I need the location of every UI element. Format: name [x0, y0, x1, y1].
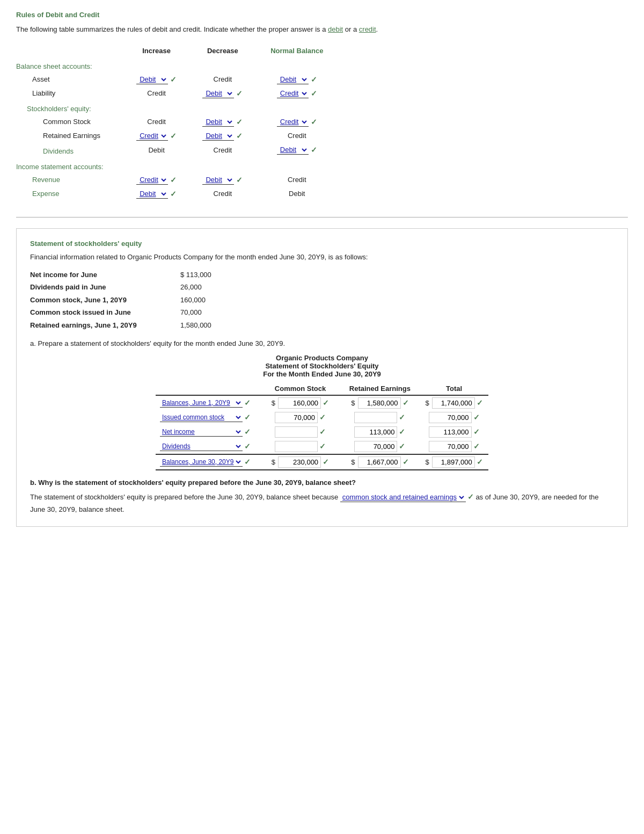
equity-cs-issued-input[interactable]	[275, 412, 318, 423]
equity-total-june30-input[interactable]	[432, 456, 475, 468]
expense-increase-select[interactable]: Debit Credit	[136, 189, 168, 199]
equity-re-june1[interactable]: $ ✓	[340, 395, 420, 410]
equity-re-issued-input[interactable]	[354, 412, 397, 423]
answer-b-select[interactable]: common stock and retained earnings net i…	[340, 492, 466, 502]
equity-row-balances-june30: Balances, June 30, 20Y9 Balances, June 1…	[156, 454, 488, 470]
liability-decrease[interactable]: Debit Credit ✓	[189, 86, 255, 100]
col-header-normal: Normal Balance	[256, 45, 338, 57]
equity-row-balances-june1: Balances, June 1, 20Y9 Issued common sto…	[156, 395, 488, 410]
retained-decrease[interactable]: Debit Credit ✓	[189, 129, 255, 143]
retained-decrease-select[interactable]: Debit Credit	[202, 131, 234, 141]
account-name-asset: Asset	[16, 72, 123, 86]
equity-cs-div-input[interactable]	[275, 441, 318, 452]
equity-total-div[interactable]: ✓	[420, 439, 488, 454]
equity-cs-june30[interactable]: $ ✓	[260, 454, 340, 470]
equity-cs-div[interactable]: ✓	[260, 439, 340, 454]
revenue-decrease[interactable]: Debit Credit ✓	[189, 173, 255, 187]
equity-total-ni[interactable]: ✓	[420, 425, 488, 439]
equity-total-ni-input[interactable]	[429, 426, 472, 438]
asset-normal[interactable]: Debit Credit ✓	[256, 72, 338, 86]
statement-title: Statement of stockholders' equity	[30, 240, 614, 248]
liability-normal[interactable]: Credit Debit ✓	[256, 86, 338, 100]
row-common-stock: Common Stock Credit Debit Credit ✓	[16, 115, 338, 129]
equity-total-ni-check: ✓	[473, 427, 480, 436]
equity-label-net-income[interactable]: Net income Balances, June 1, 20Y9 Issued…	[156, 425, 260, 439]
net-income-select[interactable]: Net income Balances, June 1, 20Y9 Issued…	[160, 427, 243, 437]
retained-increase-select[interactable]: Credit Debit	[136, 131, 168, 141]
common-stock-decrease-select[interactable]: Debit Credit	[202, 117, 234, 127]
equity-total-issued-input[interactable]	[429, 412, 472, 423]
col-header-decrease: Decrease	[189, 45, 255, 57]
liability-increase: Credit	[123, 86, 189, 100]
balances-june30-select[interactable]: Balances, June 30, 20Y9 Balances, June 1…	[160, 458, 243, 467]
equity-re-june30[interactable]: $ ✓	[340, 454, 420, 470]
credit-link: credit	[359, 25, 376, 33]
dividends-normal[interactable]: Debit Credit ✓	[256, 143, 338, 157]
data-row-dividends: Dividends paid in June 26,000	[30, 281, 614, 293]
equity-label-dividends[interactable]: Dividends Balances, June 1, 20Y9 Issued …	[156, 439, 260, 454]
equity-total-june30[interactable]: $ ✓	[420, 454, 488, 470]
equity-label-balances-june1[interactable]: Balances, June 1, 20Y9 Issued common sto…	[156, 395, 260, 410]
asset-normal-select[interactable]: Debit Credit	[277, 75, 309, 84]
equity-label-balances-june30[interactable]: Balances, June 30, 20Y9 Balances, June 1…	[156, 454, 260, 470]
expense-increase[interactable]: Debit Credit ✓	[123, 187, 189, 201]
equity-re-ni-input[interactable]	[354, 426, 397, 438]
liability-decrease-select[interactable]: Debit Credit	[202, 89, 234, 98]
equity-label-issued[interactable]: Issued common stock Balances, June 1, 20…	[156, 410, 260, 425]
equity-cs-june1[interactable]: $ ✓	[260, 395, 340, 410]
equity-re-div-input[interactable]	[354, 441, 397, 452]
equity-total-div-check: ✓	[473, 442, 480, 451]
revenue-increase[interactable]: Credit Debit ✓	[123, 173, 189, 187]
equity-table-wrapper: Organic Products Company Statement of St…	[30, 354, 614, 470]
asset-increase-select[interactable]: Debit Credit	[136, 75, 168, 84]
data-row-net-income: Net income for June $ 113,000	[30, 269, 614, 281]
equity-cs-june1-check: ✓	[323, 398, 329, 407]
common-stock-decrease[interactable]: Debit Credit ✓	[189, 115, 255, 129]
equity-row-dividends: Dividends Balances, June 1, 20Y9 Issued …	[156, 439, 488, 454]
equity-total-june1[interactable]: $ ✓	[420, 395, 488, 410]
equity-total-june1-input[interactable]	[432, 397, 475, 409]
dividends-normal-select[interactable]: Debit Credit	[277, 145, 309, 155]
equity-cs-ni-input[interactable]	[275, 426, 318, 438]
balances-june1-select[interactable]: Balances, June 1, 20Y9 Issued common sto…	[160, 398, 243, 408]
th-label	[156, 382, 260, 395]
equity-re-issued[interactable]: ✓	[340, 410, 420, 425]
account-name-common-stock: Common Stock	[16, 115, 123, 129]
asset-normal-check: ✓	[311, 75, 317, 84]
equity-re-div-check: ✓	[399, 442, 405, 451]
equity-total-div-input[interactable]	[429, 441, 472, 452]
revenue-normal: Credit	[256, 173, 338, 187]
expense-normal: Debit	[256, 187, 338, 201]
issued-select[interactable]: Issued common stock Balances, June 1, 20…	[160, 413, 243, 422]
equity-cs-june30-input[interactable]	[278, 456, 321, 468]
retained-increase[interactable]: Credit Debit ✓	[123, 129, 189, 143]
common-stock-normal[interactable]: Credit Debit ✓	[256, 115, 338, 129]
equity-re-div[interactable]: ✓	[340, 439, 420, 454]
row-revenue: Revenue Credit Debit ✓ Debit Cred	[16, 173, 338, 187]
equity-cs-div-check: ✓	[319, 442, 326, 451]
liability-normal-select[interactable]: Credit Debit	[277, 89, 309, 98]
retained-normal: Credit	[256, 129, 338, 143]
dividends-select[interactable]: Dividends Balances, June 1, 20Y9 Issued …	[160, 442, 243, 451]
equity-period: For the Month Ended June 30, 20Y9	[156, 370, 488, 378]
equity-re-ni[interactable]: ✓	[340, 425, 420, 439]
answer-b-dropdown-container[interactable]: common stock and retained earnings net i…	[340, 491, 474, 504]
equity-re-june1-input[interactable]	[358, 397, 401, 409]
issued-check: ✓	[244, 413, 251, 422]
revenue-decrease-select[interactable]: Debit Credit	[202, 175, 234, 185]
equity-cs-ni[interactable]: ✓	[260, 425, 340, 439]
equity-cs-issued[interactable]: ✓	[260, 410, 340, 425]
common-stock-normal-select[interactable]: Credit Debit	[277, 117, 309, 127]
account-name-retained-earnings: Retained Earnings	[16, 129, 123, 143]
account-name-expense: Expense	[16, 187, 123, 201]
common-stock-normal-check: ✓	[311, 118, 317, 126]
th-common-stock: Common Stock	[260, 382, 340, 395]
equity-cs-june1-input[interactable]	[278, 397, 321, 409]
asset-increase[interactable]: Debit Credit ✓	[123, 72, 189, 86]
equity-re-june30-input[interactable]	[358, 456, 401, 468]
equity-statement-title: Statement of Stockholders' Equity	[156, 362, 488, 370]
equity-row-issued: Issued common stock Balances, June 1, 20…	[156, 410, 488, 425]
revenue-increase-select[interactable]: Credit Debit	[136, 175, 168, 185]
retained-increase-check: ✓	[170, 132, 177, 140]
equity-total-issued[interactable]: ✓	[420, 410, 488, 425]
